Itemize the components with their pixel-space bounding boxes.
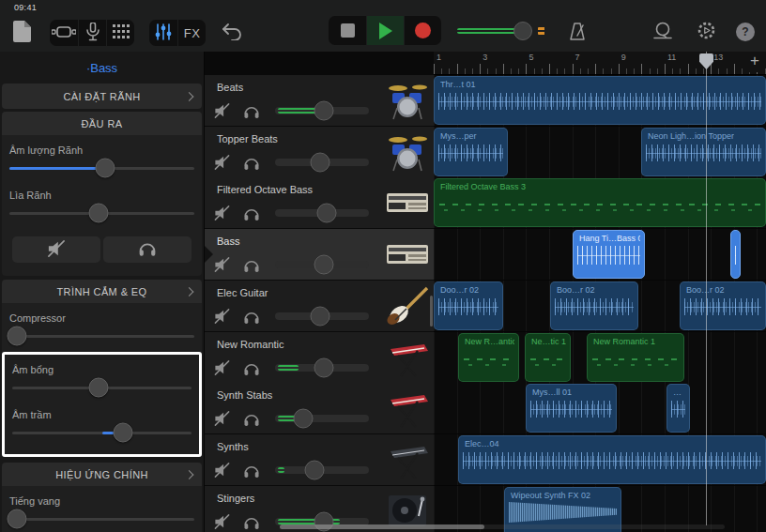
slider-knob[interactable] (305, 460, 325, 479)
region-neon-ligh-ion-topper[interactable]: Neon Ligh…ion Topper (641, 128, 766, 176)
microphone-button[interactable] (78, 20, 106, 46)
region-ne-tic-1[interactable]: Ne…tic 1 (525, 333, 571, 382)
track-header-topper-beats[interactable]: Topper Beats (205, 127, 434, 177)
metronome-button[interactable] (564, 19, 590, 48)
slider-knob[interactable] (314, 357, 334, 377)
track-volume-slider[interactable] (275, 157, 369, 167)
track-volume-slider[interactable] (275, 105, 369, 115)
slider-knob[interactable] (311, 306, 330, 326)
ruler-bar-number: 3 (483, 53, 487, 62)
region-new-r-antic-1[interactable]: New R…antic 1 (458, 333, 519, 382)
track-headphones-button[interactable] (242, 358, 261, 377)
loop-browser-button[interactable] (649, 18, 677, 47)
slider-knob[interactable] (7, 327, 26, 346)
play-button[interactable] (366, 16, 404, 45)
live-loops-grid-button[interactable] (106, 20, 134, 46)
track-headphones-button[interactable] (242, 204, 261, 222)
track-name: New Romantic (217, 339, 284, 350)
track-headphones-button[interactable] (242, 409, 261, 428)
region-hang-ti-bass-02[interactable]: Hang Ti…Bass 02 (573, 230, 645, 279)
slider-knob[interactable] (314, 254, 334, 274)
track-header-synth-stabs[interactable]: Synth Stabs (205, 383, 434, 433)
volume-knob[interactable] (513, 22, 532, 40)
track-header-beats[interactable]: Beats (205, 75, 434, 126)
region-clip[interactable] (730, 230, 741, 279)
track-headphones-button[interactable] (242, 307, 261, 326)
slider-knob[interactable] (88, 378, 108, 398)
my-songs-button[interactable] (9, 17, 35, 49)
region-thr-t-01[interactable]: Thr…t 01 (434, 76, 766, 125)
loop-browser-icon (652, 22, 673, 43)
track-header-synths[interactable]: Synths (205, 434, 434, 485)
track-headphones-button[interactable] (242, 461, 261, 479)
bar-ruler[interactable]: + 135791113 (434, 52, 766, 75)
region-filtered-octave-bass-3[interactable]: Filtered Octave Bass 3 (434, 178, 766, 227)
slider-knob[interactable] (317, 203, 337, 222)
headphones-button[interactable] (103, 236, 192, 263)
slider-knob[interactable] (311, 152, 330, 172)
mixer-controls-button[interactable] (149, 20, 177, 46)
region--[interactable]: … (666, 384, 690, 433)
track-volume-slider[interactable] (275, 259, 369, 269)
slider-knob[interactable] (7, 509, 26, 529)
track-headphones-button[interactable] (242, 153, 261, 172)
instrument-view-button[interactable] (50, 20, 78, 46)
region-elec-04[interactable]: Elec…04 (458, 435, 766, 484)
add-track-section-button[interactable]: + (748, 52, 761, 72)
record-button[interactable] (404, 16, 441, 45)
track-mute-button[interactable] (212, 409, 231, 428)
track-mute-button[interactable] (212, 255, 231, 274)
master-effects-header[interactable]: HIỆU ỨNG CHÍNH (2, 463, 202, 486)
track-mute-button[interactable] (212, 153, 231, 172)
region-boo-r-02[interactable]: Boo…r 02 (680, 281, 766, 330)
region-doo-r-02[interactable]: Doo…r 02 (434, 281, 503, 330)
track-mute-button[interactable] (212, 512, 231, 531)
region-mys-per[interactable]: Mys…per (434, 128, 508, 176)
track-volume-slider[interactable] (275, 207, 369, 218)
level-meter (278, 467, 284, 473)
stop-button[interactable] (329, 16, 366, 45)
slider-knob[interactable] (114, 423, 133, 443)
horizontal-scrollbar[interactable] (280, 524, 484, 529)
settings-button[interactable] (693, 17, 720, 47)
mute-button[interactable] (12, 236, 100, 263)
region-mys-ll-01[interactable]: Mys…ll 01 (526, 384, 617, 433)
bass-slider[interactable] (12, 420, 192, 445)
vertical-scrollbar[interactable] (430, 296, 433, 327)
track-mute-button[interactable] (212, 307, 231, 326)
master-volume-slider[interactable] (457, 22, 547, 40)
track-volume-slider[interactable] (9, 156, 194, 180)
track-pan-slider[interactable] (9, 201, 194, 225)
track-header-elec-guitar[interactable]: Elec Guitar (205, 281, 434, 331)
track-mute-button[interactable] (212, 101, 231, 120)
track-volume-slider[interactable] (275, 464, 369, 475)
slider-knob[interactable] (314, 100, 334, 120)
plugins-eq-header[interactable]: TRÌNH CẮM & EQ (2, 280, 202, 303)
track-headphones-button[interactable] (242, 101, 261, 120)
slider-knob[interactable] (88, 204, 108, 223)
track-mute-button[interactable] (212, 358, 231, 377)
track-headphones-button[interactable] (242, 255, 261, 274)
microphone-icon (86, 23, 100, 44)
slider-knob[interactable] (96, 159, 115, 178)
track-volume-slider[interactable] (275, 413, 369, 423)
fx-button[interactable]: FX (177, 20, 206, 46)
slider-knob[interactable] (294, 408, 314, 428)
track-headphones-button[interactable] (242, 512, 261, 531)
track-volume-slider[interactable] (275, 311, 369, 321)
track-mute-button[interactable] (212, 204, 231, 222)
track-mute-button[interactable] (212, 461, 231, 479)
reverb-slider[interactable] (9, 507, 194, 531)
compressor-slider[interactable] (9, 324, 194, 348)
undo-button[interactable] (219, 20, 246, 47)
track-settings-button[interactable]: CÀI ĐẶT RÃNH (2, 84, 202, 109)
help-button[interactable]: ? (736, 23, 755, 41)
treble-slider[interactable] (12, 375, 192, 400)
track-header-filtered-octave-bass[interactable]: Filtered Octave Bass (205, 177, 434, 228)
track-header-new-romantic[interactable]: New Romantic (205, 332, 434, 383)
track-volume-slider[interactable] (275, 362, 369, 372)
track-header-bass[interactable]: Bass (205, 229, 434, 280)
region-boo-r-02[interactable]: Boo…r 02 (550, 281, 638, 330)
region-new-romantic-1[interactable]: New Romantic 1 (587, 333, 684, 382)
toolbar: 09:41 (0, 0, 766, 52)
